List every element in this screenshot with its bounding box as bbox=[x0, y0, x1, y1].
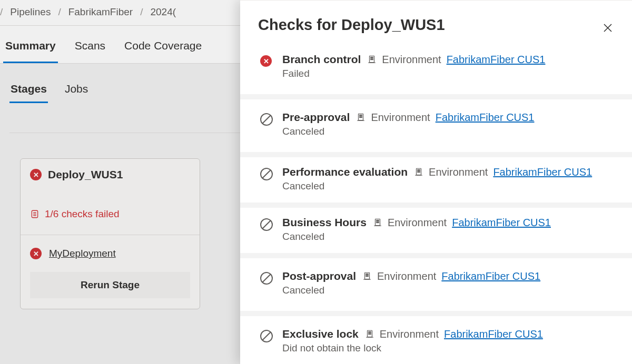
env-label: Environment bbox=[382, 54, 441, 66]
env-link[interactable]: FabrikamFiber CUS1 bbox=[493, 166, 592, 178]
check-name: Exclusive lock bbox=[282, 328, 359, 340]
env-label: Environment bbox=[429, 166, 488, 178]
environment-icon bbox=[365, 329, 374, 339]
check-row[interactable]: Exclusive lock Environment FabrikamFiber… bbox=[240, 316, 632, 359]
check-list: Branch control Environment FabrikamFiber… bbox=[240, 46, 632, 359]
check-status: Canceled bbox=[282, 285, 614, 296]
svg-rect-22 bbox=[419, 171, 420, 173]
svg-rect-15 bbox=[360, 117, 361, 118]
env-label: Environment bbox=[388, 217, 447, 229]
environment-icon bbox=[414, 167, 423, 177]
env-link[interactable]: FabrikamFiber CUS1 bbox=[452, 217, 551, 229]
svg-rect-37 bbox=[369, 332, 370, 333]
svg-rect-27 bbox=[377, 222, 378, 223]
check-name: Pre-approval bbox=[282, 111, 350, 124]
check-status: Failed bbox=[282, 68, 614, 79]
cancel-icon bbox=[260, 113, 273, 126]
close-icon[interactable] bbox=[601, 22, 614, 34]
svg-rect-25 bbox=[377, 220, 378, 221]
cancel-icon bbox=[260, 168, 273, 180]
check-name: Post-approval bbox=[282, 270, 356, 282]
check-status: Canceled bbox=[282, 180, 614, 192]
svg-rect-32 bbox=[368, 274, 369, 275]
svg-rect-26 bbox=[378, 220, 379, 221]
cancel-icon bbox=[260, 330, 273, 342]
svg-rect-31 bbox=[366, 274, 367, 275]
check-status: Canceled bbox=[282, 126, 614, 137]
svg-rect-9 bbox=[371, 59, 372, 60]
check-name: Business Hours bbox=[282, 216, 367, 229]
env-link[interactable]: FabrikamFiber CUS1 bbox=[436, 112, 535, 124]
env-label: Environment bbox=[380, 328, 439, 340]
check-row[interactable]: Post-approval Environment FabrikamFiber … bbox=[240, 258, 632, 316]
svg-rect-39 bbox=[369, 333, 370, 335]
check-row[interactable]: Branch control Environment FabrikamFiber… bbox=[240, 46, 632, 99]
env-label: Environment bbox=[377, 270, 436, 282]
svg-rect-34 bbox=[368, 276, 369, 277]
svg-rect-13 bbox=[360, 115, 361, 116]
svg-rect-28 bbox=[378, 222, 379, 223]
check-name: Branch control bbox=[282, 53, 361, 66]
environment-icon bbox=[356, 113, 366, 122]
svg-rect-21 bbox=[418, 171, 419, 173]
svg-rect-14 bbox=[361, 115, 362, 116]
environment-icon bbox=[362, 271, 372, 281]
svg-rect-16 bbox=[361, 117, 362, 118]
env-label: Environment bbox=[371, 112, 430, 124]
svg-rect-38 bbox=[370, 332, 371, 333]
cancel-icon bbox=[260, 272, 273, 285]
env-link[interactable]: FabrikamFiber CUS1 bbox=[447, 54, 546, 66]
env-link[interactable]: FabrikamFiber CUS1 bbox=[444, 328, 543, 340]
svg-rect-7 bbox=[371, 57, 372, 58]
svg-rect-19 bbox=[418, 170, 419, 171]
fail-icon bbox=[260, 55, 273, 68]
environment-icon bbox=[367, 55, 377, 64]
panel-title: Checks for Deploy_WUS1 bbox=[258, 16, 445, 34]
svg-rect-10 bbox=[372, 59, 373, 60]
checks-panel: Checks for Deploy_WUS1 Branch control En… bbox=[240, 0, 632, 364]
check-row[interactable]: Pre-approval Environment FabrikamFiber C… bbox=[240, 99, 632, 157]
svg-rect-8 bbox=[372, 57, 373, 58]
check-status: Did not obtain the lock bbox=[282, 342, 614, 354]
panel-header: Checks for Deploy_WUS1 bbox=[240, 1, 632, 46]
check-row[interactable]: Business Hours Environment FabrikamFiber… bbox=[240, 208, 632, 253]
check-name: Performance evaluation bbox=[282, 166, 408, 178]
check-row[interactable]: Performance evaluation Environment Fabri… bbox=[240, 157, 632, 208]
environment-icon bbox=[373, 218, 382, 227]
svg-rect-33 bbox=[366, 276, 367, 277]
env-link[interactable]: FabrikamFiber CUS1 bbox=[441, 270, 540, 282]
check-status: Canceled bbox=[282, 231, 614, 242]
cancel-icon bbox=[260, 218, 273, 231]
svg-rect-20 bbox=[419, 170, 420, 171]
svg-rect-40 bbox=[370, 333, 371, 335]
